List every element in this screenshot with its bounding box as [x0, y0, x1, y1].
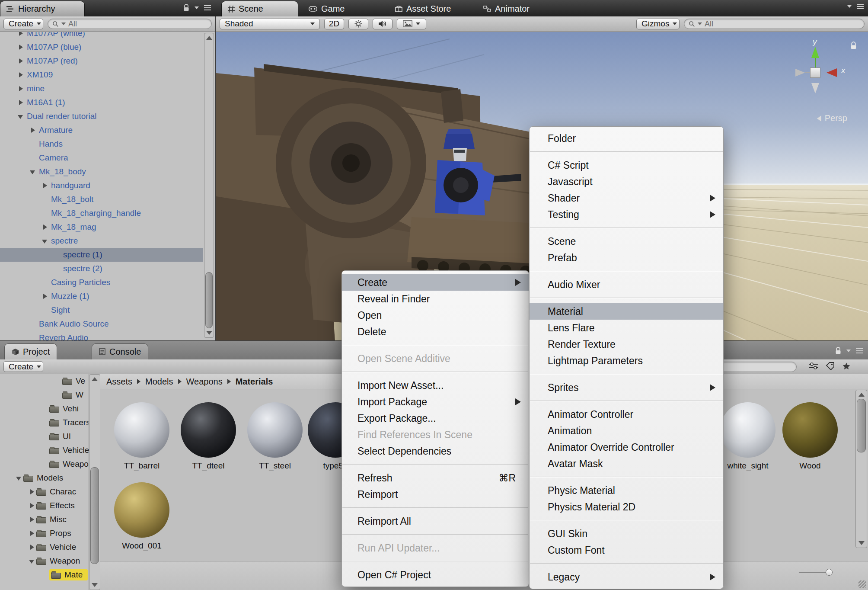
hierarchy-item-m107ap-blue[interactable]: M107AP (blue) — [0, 40, 203, 54]
menu-item-import-package[interactable]: Import Package — [342, 394, 529, 410]
folder-tree-scrollbar[interactable] — [89, 374, 100, 590]
hierarchy-item-mk-18-bolt[interactable]: Mk_18_bolt — [0, 192, 203, 206]
folder-item-ui[interactable]: UI — [0, 430, 89, 443]
submenu-item-animator-override-controller[interactable]: Animator Override Controller — [530, 439, 723, 455]
asset-grid-scrollbar[interactable] — [855, 390, 867, 548]
expand-right-icon[interactable] — [17, 32, 26, 40]
tab-game[interactable]: Game — [303, 1, 351, 16]
2d-toggle-button[interactable]: 2D — [324, 19, 344, 29]
scroll-down-icon[interactable] — [92, 583, 98, 587]
menu-item-refresh[interactable]: Refresh⌘R — [342, 470, 529, 486]
folder-item-tracers[interactable]: Tracers — [0, 416, 89, 430]
expand-down-icon[interactable] — [17, 109, 26, 123]
scroll-down-icon[interactable] — [206, 331, 212, 335]
expand-right-icon[interactable] — [29, 526, 36, 540]
submenu-item-lightmap-parameters[interactable]: Lightmap Parameters — [530, 353, 723, 369]
expand-right-icon[interactable] — [41, 289, 50, 303]
expand-right-icon[interactable] — [29, 123, 38, 137]
scroll-up-icon[interactable] — [92, 377, 98, 381]
hierarchy-item-spectre-1[interactable]: spectre (1) — [0, 248, 203, 262]
axis-neg-x-cone-icon[interactable] — [795, 69, 805, 77]
tab-console[interactable]: Console — [92, 343, 148, 359]
folder-item-w[interactable]: W — [0, 388, 89, 402]
effects-dropdown-button[interactable] — [397, 19, 426, 29]
hierarchy-panel-menu-icon[interactable] — [204, 5, 211, 10]
folder-item-charac[interactable]: Charac — [0, 485, 89, 499]
asset-white-sight[interactable]: white_sight — [720, 402, 775, 471]
hierarchy-item-m16a1-1[interactable]: M16A1 (1) — [0, 96, 203, 109]
hierarchy-item-dual-render-tutorial[interactable]: Dual render tutorial — [0, 109, 203, 123]
audio-toggle-button[interactable] — [373, 19, 393, 29]
scene-search-input[interactable]: All — [684, 19, 865, 29]
expand-down-icon[interactable] — [29, 554, 36, 568]
menu-item-export-package[interactable]: Export Package... — [342, 410, 529, 426]
scene-panel-menu-icon[interactable] — [857, 4, 864, 9]
folder-item-effects[interactable]: Effects — [0, 499, 89, 513]
axis-neg-y-cone-icon[interactable] — [811, 83, 819, 93]
folder-item-props[interactable]: Props — [0, 526, 89, 540]
submenu-item-physics-material-2d[interactable]: Physics Material 2D — [530, 499, 723, 515]
hierarchy-item-m107ap-red[interactable]: M107AP (red) — [0, 54, 203, 68]
search-by-type-icon[interactable] — [809, 362, 818, 370]
project-lock-icon[interactable] — [835, 347, 841, 355]
breadcrumb-weapons[interactable]: Weapons — [186, 377, 223, 387]
asset-wood-001[interactable]: Wood_001 — [114, 482, 169, 551]
folder-item-vehicle[interactable]: Vehicle — [0, 540, 89, 554]
hierarchy-item-mk-18-charging-handle[interactable]: Mk_18_charging_handle — [0, 206, 203, 220]
hierarchy-item-m107ap-white[interactable]: M107AP (white) — [0, 32, 203, 40]
scroll-down-icon[interactable] — [858, 541, 865, 545]
expand-right-icon[interactable] — [41, 220, 50, 234]
folder-item-mate[interactable]: Mate — [0, 568, 89, 582]
breadcrumb-models[interactable]: Models — [145, 377, 173, 387]
expand-right-icon[interactable] — [29, 499, 36, 513]
hierarchy-item-armature[interactable]: Armature — [0, 123, 203, 137]
menu-item-import-new-asset[interactable]: Import New Asset... — [342, 377, 529, 394]
submenu-item-avatar-mask[interactable]: Avatar Mask — [530, 455, 723, 472]
expand-right-icon[interactable] — [17, 82, 26, 96]
shaded-dropdown[interactable]: Shaded — [220, 19, 320, 29]
hierarchy-item-spectre[interactable]: spectre — [0, 234, 203, 248]
expand-right-icon[interactable] — [17, 96, 26, 109]
thumbnail-zoom-slider[interactable] — [799, 572, 833, 573]
hierarchy-item-handguard[interactable]: handguard — [0, 179, 203, 192]
hierarchy-item-casing-particles[interactable]: Casing Particles — [0, 276, 203, 289]
hierarchy-item-sight[interactable]: Sight — [0, 303, 203, 317]
expand-right-icon[interactable] — [29, 513, 36, 526]
scrollbar-thumb[interactable] — [205, 272, 213, 328]
folder-item-ve[interactable]: Ve — [0, 374, 89, 388]
folder-item-weapon[interactable]: Weapon — [0, 554, 89, 568]
hierarchy-item-hands[interactable]: Hands — [0, 137, 203, 151]
menu-item-open-c-project[interactable]: Open C# Project — [342, 567, 529, 583]
lighting-toggle-button[interactable] — [348, 19, 368, 29]
menu-item-reimport-all[interactable]: Reimport All — [342, 513, 529, 529]
hierarchy-item-mine[interactable]: mine — [0, 82, 203, 96]
hierarchy-item-camera[interactable]: Camera — [0, 151, 203, 165]
expand-down-icon[interactable] — [41, 234, 50, 248]
hierarchy-scrollbar[interactable] — [204, 33, 214, 338]
submenu-item-prefab[interactable]: Prefab — [530, 250, 723, 266]
submenu-item-folder[interactable]: Folder — [530, 130, 723, 147]
hierarchy-item-spectre-2[interactable]: spectre (2) — [0, 262, 203, 276]
menu-item-create[interactable]: Create — [342, 274, 529, 291]
gizmos-dropdown[interactable]: Gizmos — [636, 19, 680, 29]
expand-down-icon[interactable] — [29, 165, 38, 179]
hierarchy-panel-caret-icon[interactable] — [195, 6, 199, 9]
expand-down-icon[interactable] — [16, 471, 23, 485]
folder-item-vehicle[interactable]: Vehicle — [0, 443, 89, 457]
submenu-item-scene[interactable]: Scene — [530, 233, 723, 250]
hierarchy-item-reverb-audio[interactable]: Reverb Audio — [0, 331, 203, 340]
project-panel-menu-icon[interactable] — [856, 348, 863, 353]
tab-asset-store[interactable]: Asset Store — [389, 1, 457, 16]
hierarchy-item-muzzle-1[interactable]: Muzzle (1) — [0, 289, 203, 303]
project-create-button[interactable]: Create — [3, 361, 43, 372]
submenu-item-javascript[interactable]: Javascript — [530, 173, 723, 190]
asset-tt-barrel[interactable]: TT_barrel — [114, 402, 169, 471]
axis-x-cone-icon[interactable] — [827, 68, 837, 77]
scrollbar-thumb[interactable] — [857, 399, 866, 452]
submenu-item-lens-flare[interactable]: Lens Flare — [530, 320, 723, 336]
expand-right-icon[interactable] — [29, 485, 36, 499]
axis-y-cone-icon[interactable] — [811, 47, 819, 58]
submenu-item-testing[interactable]: Testing — [530, 206, 723, 223]
project-panel-caret-icon[interactable] — [846, 350, 851, 352]
submenu-item-audio-mixer[interactable]: Audio Mixer — [530, 276, 723, 293]
